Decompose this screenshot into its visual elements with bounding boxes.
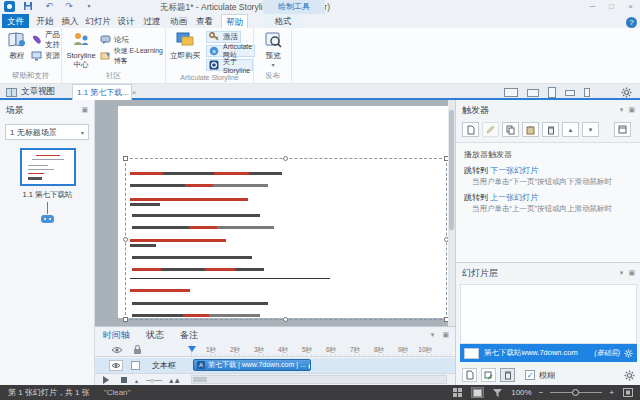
layers-menu-icon[interactable]: ▾ — [620, 269, 624, 277]
product-support-button[interactable]: 产品支持 — [31, 34, 61, 46]
tab-design[interactable]: 设计 — [114, 14, 138, 28]
trigger-item[interactable]: 跳转到 下一张幻灯片 — [456, 162, 640, 176]
tab-animations[interactable]: 动画 — [166, 14, 191, 28]
tab-format[interactable]: 格式 — [263, 14, 303, 28]
tab-slides[interactable]: 幻灯片 — [83, 14, 113, 28]
slide-thumbnail[interactable] — [20, 148, 76, 186]
tablet-portrait-icon[interactable] — [548, 87, 556, 98]
timeline-horizontal-scrollbar[interactable] — [191, 375, 447, 384]
timeline-menu-icon[interactable]: ▾ — [431, 331, 435, 339]
timeline-object-row[interactable]: 文本框 A 第七下载 | www.7down.com | ... ▶ — [95, 358, 455, 373]
tablet-landscape-icon[interactable] — [527, 89, 539, 97]
redo-icon[interactable]: ↷ — [63, 1, 75, 12]
preview-dropdown-icon[interactable]: ▾ — [256, 61, 290, 68]
dim-layers-checkbox[interactable]: ✓ — [525, 370, 535, 380]
selection-handle-bottom-center[interactable] — [283, 317, 288, 322]
forums-button[interactable]: 论坛 — [100, 34, 129, 46]
preview-button[interactable]: 预览 ▾ — [256, 31, 290, 68]
duplicate-layer-button[interactable] — [481, 368, 496, 382]
ruler-tick: 7秒 — [336, 344, 360, 355]
feed-view-toggle-icon[interactable] — [491, 387, 504, 398]
play-button[interactable] — [103, 376, 113, 384]
phone-landscape-icon[interactable] — [565, 90, 575, 96]
timeline-collapse-icon[interactable]: ▣ — [442, 331, 449, 339]
player-settings-gear-icon[interactable] — [621, 87, 632, 98]
edit-trigger-button[interactable] — [482, 122, 499, 137]
stop-button[interactable] — [121, 377, 127, 383]
tab-states[interactable]: 状态 — [146, 329, 164, 342]
timeline-playhead[interactable] — [188, 346, 196, 356]
tab-file[interactable]: 文件 — [2, 14, 29, 28]
new-layer-button[interactable] — [462, 368, 477, 382]
timeline-object-bar[interactable]: A 第七下载 | www.7down.com | ... ▶ — [193, 359, 311, 371]
manage-variables-button[interactable] — [614, 122, 631, 137]
selection-handle-bottom-left[interactable] — [123, 317, 128, 322]
tab-insert[interactable]: 插入 — [58, 14, 82, 28]
articulate-website-button[interactable]: a Articulate 网站 — [206, 45, 255, 57]
buy-now-button[interactable]: 立即购买 — [168, 31, 202, 61]
trigger-item[interactable]: 跳转到 上一张幻灯片 — [456, 189, 640, 203]
zoom-slider[interactable] — [550, 392, 602, 393]
storyline-hub-button[interactable]: Storyline 中心 — [64, 31, 98, 70]
selection-handle-top-center[interactable] — [283, 156, 288, 161]
scene-selector-dropdown[interactable]: 1 无标题场景 ▾ — [5, 124, 89, 140]
triggers-menu-icon[interactable]: ▾ — [620, 106, 624, 114]
minimize-button[interactable]: ─ — [587, 2, 598, 11]
fit-to-window-icon[interactable] — [621, 387, 634, 398]
tab-home[interactable]: 开始 — [33, 14, 57, 28]
customize-qat-icon[interactable]: ▾ — [83, 1, 95, 12]
selection-handle-top-left[interactable] — [123, 156, 128, 161]
resources-button[interactable]: 资源 — [31, 50, 60, 62]
tab-help[interactable]: 帮助 — [221, 14, 248, 28]
about-storyline-button[interactable]: 关于 Storyline — [206, 59, 253, 71]
layer-gear-icon[interactable] — [624, 349, 633, 358]
tab-transitions[interactable]: 过渡 — [139, 14, 165, 28]
scenes-collapse-icon[interactable]: ▣ — [81, 106, 88, 114]
save-icon[interactable] — [23, 1, 35, 12]
activate-button[interactable]: 激活 — [206, 31, 241, 43]
canvas-vertical-scrollbar[interactable] — [448, 100, 455, 326]
slide-tab[interactable]: 1.1 第七下载... × — [72, 84, 132, 100]
copy-trigger-button[interactable] — [502, 122, 519, 137]
help-icon[interactable]: ? — [626, 17, 637, 28]
slide-canvas[interactable] — [95, 100, 455, 326]
textbox-selection-outline[interactable] — [125, 158, 447, 320]
delete-trigger-button[interactable] — [542, 122, 559, 137]
trigger-target-link[interactable]: 上一张幻灯片 — [490, 193, 538, 202]
undo-icon[interactable]: ↶ — [43, 1, 55, 12]
object-visibility-toggle[interactable] — [109, 360, 123, 371]
story-view-toggle-icon[interactable] — [451, 387, 464, 398]
maximize-button[interactable]: □ — [606, 2, 617, 11]
layer-list[interactable] — [460, 284, 637, 344]
trigger-target-link[interactable]: 下一张幻灯片 — [490, 166, 538, 175]
blog-button[interactable]: 快速 E-Learning 博客 — [100, 50, 165, 62]
move-trigger-down-button[interactable]: ▼ — [582, 122, 599, 137]
zoom-in-button[interactable]: + — [609, 388, 614, 397]
timeline-zoom-in-icon[interactable]: ▴▲ — [169, 376, 181, 385]
delete-layer-button[interactable] — [500, 368, 515, 382]
branch-link-icon[interactable] — [41, 215, 54, 223]
timeline-zoom-slider[interactable]: ─○── — [146, 377, 161, 384]
zoom-slider-thumb[interactable] — [572, 389, 579, 396]
move-trigger-up-button[interactable]: ▲ — [562, 122, 579, 137]
normal-view-toggle-icon[interactable] — [471, 387, 484, 398]
paste-trigger-button[interactable] — [522, 122, 539, 137]
tab-timeline[interactable]: 时间轴 — [103, 329, 130, 342]
layers-collapse-icon[interactable]: ▣ — [628, 269, 635, 277]
zoom-out-button[interactable]: − — [539, 388, 544, 397]
tab-notes[interactable]: 备注 — [180, 329, 198, 342]
phone-portrait-icon[interactable] — [584, 88, 590, 97]
layer-settings-gear-icon[interactable] — [624, 370, 635, 381]
tab-close-icon[interactable]: × — [132, 89, 136, 96]
story-view-button[interactable]: 文章视图 — [6, 86, 55, 98]
object-lock-checkbox[interactable] — [131, 361, 140, 370]
selection-handle-middle-left[interactable] — [123, 237, 128, 242]
desktop-preview-icon[interactable] — [504, 88, 518, 97]
base-layer-row[interactable]: 第七下载站www.7down.com (基础层) — [460, 344, 637, 362]
close-button[interactable]: × — [625, 2, 636, 11]
tab-view[interactable]: 查看 — [192, 14, 217, 28]
triggers-collapse-icon[interactable]: ▣ — [628, 106, 635, 114]
timeline-zoom-out-icon[interactable]: ▴ — [135, 377, 138, 384]
new-trigger-button[interactable] — [462, 122, 479, 137]
tutorial-button[interactable]: 教程 — [0, 31, 34, 61]
